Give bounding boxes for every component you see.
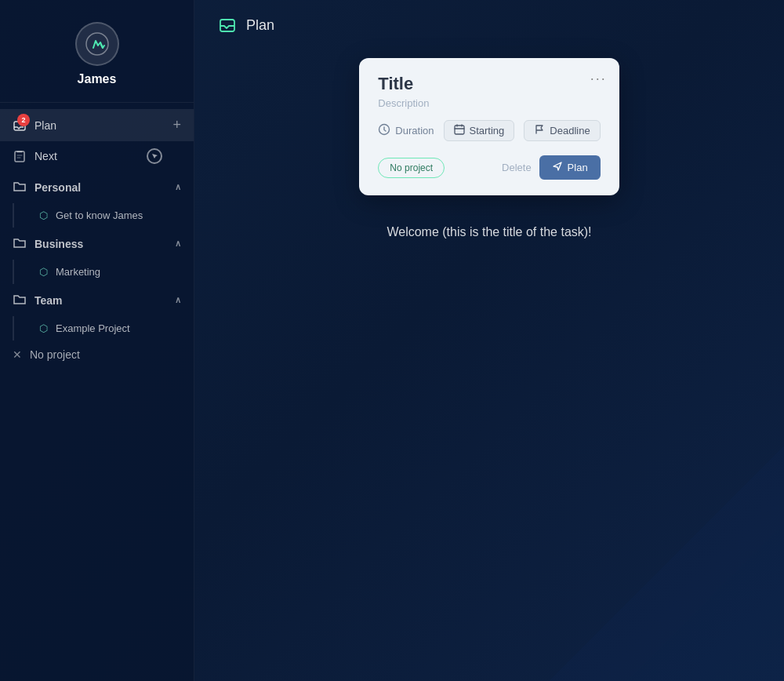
send-icon	[552, 161, 563, 174]
next-label: Next	[34, 150, 57, 162]
sidebar-item-example-project[interactable]: ⬡ Example Project	[13, 316, 194, 340]
plan-badge: 2	[17, 114, 30, 126]
svg-rect-2	[15, 151, 24, 162]
plan-header-icon	[218, 16, 237, 35]
folder-team-icon	[13, 292, 27, 308]
no-project-button[interactable]: No project	[378, 158, 445, 178]
delete-button[interactable]: Delete	[502, 162, 532, 173]
page-header: Plan	[218, 16, 760, 35]
footer-actions: Delete Plan	[502, 155, 601, 180]
duration-label: Duration	[395, 125, 434, 137]
x-icon: ✕	[13, 348, 22, 361]
team-chevron-icon: ∧	[175, 295, 181, 305]
marketing-label: Marketing	[56, 266, 100, 278]
cube-icon: ⬡	[39, 209, 48, 221]
flag-icon	[534, 124, 545, 137]
personal-section-label: Personal	[34, 181, 81, 194]
clipboard-icon	[13, 149, 27, 163]
card-title[interactable]: Title	[378, 74, 600, 94]
plan-button[interactable]: Plan	[539, 155, 601, 180]
no-project-sidebar-label: No project	[30, 348, 80, 361]
sidebar-nav: 2 Plan + Next	[0, 103, 194, 681]
cube-team-icon: ⬡	[39, 322, 48, 334]
get-to-know-james-label: Get to know James	[56, 209, 143, 221]
example-project-label: Example Project	[56, 322, 130, 334]
deadline-label: Deadline	[550, 125, 590, 137]
plan-label: Plan	[34, 119, 56, 132]
sidebar-item-next[interactable]: Next	[0, 141, 194, 171]
add-plan-button[interactable]: +	[172, 117, 181, 133]
page-title: Plan	[246, 17, 274, 34]
business-chevron-icon: ∧	[175, 239, 181, 249]
personal-chevron-icon: ∧	[175, 182, 181, 192]
starting-button[interactable]: Starting	[444, 120, 515, 141]
section-personal[interactable]: Personal ∧	[0, 171, 194, 203]
section-business[interactable]: Business ∧	[0, 228, 194, 260]
card-footer: No project Delete Plan	[378, 155, 600, 180]
folder-icon	[13, 179, 27, 195]
folder-business-icon	[13, 235, 27, 252]
duration-field[interactable]: Duration	[378, 123, 434, 138]
card-menu-button[interactable]: ···	[590, 71, 607, 87]
card-description[interactable]: Description	[378, 97, 600, 109]
sidebar-item-marketing[interactable]: ⬡ Marketing	[13, 260, 194, 284]
plan-button-label: Plan	[568, 162, 588, 173]
sidebar-item-get-to-know-james[interactable]: ⬡ Get to know James	[13, 203, 194, 228]
main-content: Plan ··· Title Description Duration	[194, 0, 784, 681]
welcome-text: Welcome (this is the title of the task)!	[218, 225, 760, 239]
card-meta: Duration Starting Deadline	[378, 120, 600, 141]
section-team[interactable]: Team ∧	[0, 284, 194, 316]
business-section-label: Business	[34, 238, 83, 250]
team-section-label: Team	[34, 294, 63, 307]
task-card: ··· Title Description Duration	[359, 58, 619, 195]
cube-marketing-icon: ⬡	[39, 266, 48, 278]
sidebar-item-plan[interactable]: 2 Plan +	[0, 109, 194, 141]
starting-label: Starting	[470, 125, 505, 137]
avatar[interactable]	[75, 22, 119, 66]
sidebar-item-no-project[interactable]: ✕ No project	[0, 340, 194, 369]
sidebar: James 2 Plan + Next	[0, 0, 194, 681]
deadline-button[interactable]: Deadline	[524, 120, 600, 141]
cursor-indicator	[147, 148, 162, 164]
sidebar-header: James	[0, 0, 194, 103]
sidebar-username: James	[78, 72, 117, 86]
clock-icon	[378, 123, 390, 138]
svg-rect-5	[455, 126, 464, 134]
calendar-icon	[454, 124, 465, 137]
